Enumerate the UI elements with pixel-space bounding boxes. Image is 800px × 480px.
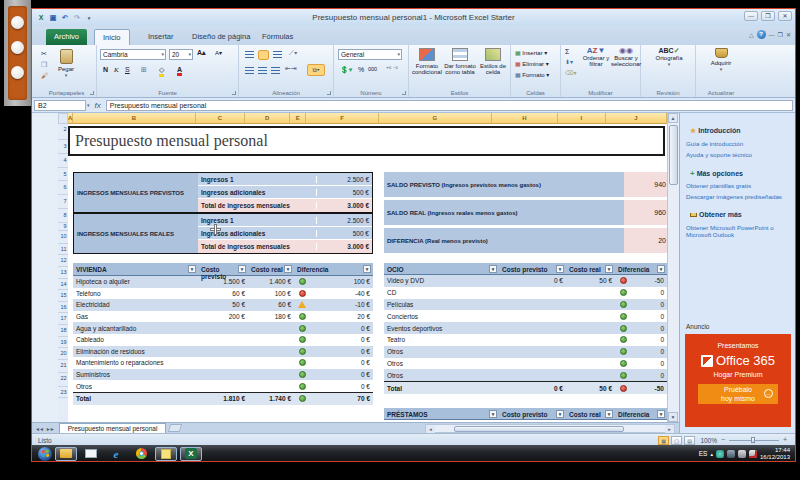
saldo-value[interactable]: 960 — [624, 200, 667, 225]
cell-category[interactable]: Películas — [384, 301, 499, 308]
filter-dropdown-icon[interactable]: ▾ — [284, 265, 292, 273]
dialog-launcher-icon[interactable] — [327, 91, 331, 95]
income-row-label[interactable]: Ingresos adicionales — [198, 189, 317, 196]
cell-costo-previsto[interactable]: 200 € — [198, 313, 248, 320]
filter-dropdown-icon[interactable]: ▾ — [605, 410, 613, 418]
cell-category[interactable]: Otros — [384, 360, 499, 367]
cell-diferencia[interactable]: -10 € — [310, 301, 373, 308]
table-row[interactable]: Electricidad 50 € 60 € -10 € — [73, 299, 373, 311]
cell-diferencia[interactable]: 0 € — [310, 359, 373, 366]
cell-diferencia[interactable]: 100 € — [310, 278, 373, 285]
start-button[interactable] — [38, 447, 52, 461]
income-row[interactable]: Ingresos 1 2.500 € — [198, 214, 372, 227]
column-header[interactable]: C — [196, 113, 245, 124]
filter-dropdown-icon[interactable]: ▾ — [188, 265, 196, 273]
insert-cells-button[interactable]: ▦ Insertar ▾ — [515, 49, 547, 56]
align-left-icon[interactable] — [245, 67, 254, 75]
conditional-formatting-button[interactable]: Formato condicional — [411, 48, 443, 76]
row-header[interactable]: 3 — [58, 140, 68, 154]
format-as-table-button[interactable]: Dar formato como tabla — [443, 48, 477, 76]
cell-diferencia[interactable]: 0 — [631, 313, 667, 320]
income-expected-header[interactable]: INGRESOS MENSUALES PREVISTOS — [74, 173, 198, 212]
align-right-icon[interactable] — [271, 67, 280, 75]
fill-color-icon[interactable]: ◇ — [159, 66, 164, 77]
spelling-button[interactable]: ABC✓ Ortografía ▾ — [651, 48, 687, 68]
cell-category[interactable]: Teatro — [384, 336, 499, 343]
formula-input[interactable]: Presupuesto mensual personal — [106, 100, 793, 111]
saldo-row[interactable]: DIFERENCIA (Real menos previsto) 20 — [384, 228, 667, 253]
row-header[interactable]: 19 — [58, 337, 68, 349]
delete-cells-button[interactable]: ▦ Eliminar ▾ — [515, 60, 549, 67]
merge-center-button[interactable]: ⧉▾ — [307, 64, 325, 76]
income-row[interactable]: Total de ingresos mensuales 3.000 € — [198, 240, 372, 253]
cell-diferencia[interactable]: 0 — [631, 301, 667, 308]
name-box-dropdown-icon[interactable]: ▾ — [87, 102, 90, 108]
workbook-minimize-icon[interactable]: — — [769, 32, 775, 38]
cell-category[interactable]: Otros — [73, 383, 198, 390]
table-row[interactable]: Teatro 0 — [384, 334, 667, 346]
align-bottom-icon[interactable] — [273, 51, 282, 59]
filter-dropdown-icon[interactable]: ▾ — [363, 265, 371, 273]
minimize-ribbon-icon[interactable]: △ — [749, 31, 754, 38]
zoom-knob[interactable] — [751, 437, 755, 443]
tab-formulas[interactable]: Fórmulas — [254, 29, 301, 45]
worksheet-grid[interactable]: Presupuesto mensual personal INGRESOS ME… — [68, 124, 667, 422]
table-row[interactable]: Otros 0 — [384, 369, 667, 381]
cell-category[interactable]: Teléfono — [73, 290, 198, 297]
tray-app-icon[interactable] — [716, 450, 724, 458]
cell-category[interactable]: Otros — [384, 372, 499, 379]
number-format-combo[interactable]: General▾ — [338, 49, 402, 60]
cell-diferencia[interactable]: 0 — [631, 325, 667, 332]
filter-dropdown-icon[interactable]: ▾ — [489, 410, 497, 418]
saldo-value[interactable]: 20 — [624, 228, 667, 253]
link-plantillas-gratis[interactable]: Obtener plantillas gratis — [686, 182, 751, 189]
saldo-label[interactable]: SALDO PREVISTO (Ingresos previstos menos… — [384, 172, 624, 197]
underline-button[interactable]: S — [125, 66, 130, 73]
cell-diferencia[interactable]: 0 — [631, 289, 667, 296]
copy-icon[interactable]: ❐ — [41, 61, 47, 69]
grow-font-icon[interactable]: A▴ — [197, 49, 206, 57]
percent-icon[interactable]: % — [358, 66, 364, 73]
cell-category[interactable]: Otros — [384, 348, 499, 355]
paste-dropdown-icon[interactable]: ▾ — [51, 72, 81, 79]
select-all-corner[interactable] — [58, 113, 68, 124]
total-diferencia[interactable]: 70 € — [310, 395, 373, 402]
row-header[interactable]: 9 — [58, 223, 68, 231]
normal-view-icon[interactable]: ▦ — [658, 436, 669, 445]
row-header[interactable]: 4 — [58, 154, 68, 168]
total-diferencia[interactable]: -50 — [631, 385, 667, 392]
row-header[interactable]: 8 — [58, 209, 68, 223]
income-row-value[interactable]: 2.500 € — [317, 176, 372, 183]
filter-dropdown-icon[interactable]: ▾ — [489, 265, 497, 273]
cell-category[interactable]: Cableado — [73, 336, 198, 343]
vivienda-total-row[interactable]: Total 1.810 € 1.740 € 70 € — [73, 392, 373, 405]
zoom-slider[interactable]: − + — [721, 436, 787, 444]
income-row[interactable]: Ingresos adicionales 500 € — [198, 227, 372, 240]
cell-category[interactable]: Conciertos — [384, 313, 499, 320]
cell-diferencia[interactable]: 20 € — [310, 313, 373, 320]
find-select-button[interactable]: ◉◉ Buscar y seleccionar — [611, 48, 641, 68]
dialog-launcher-icon[interactable] — [90, 91, 94, 95]
thousands-icon[interactable]: 000 — [368, 66, 377, 72]
saldo-label[interactable]: DIFERENCIA (Real menos previsto) — [384, 228, 624, 253]
table-row[interactable]: Eliminación de residuos 0 € — [73, 346, 373, 358]
decimal-icons[interactable]: ⁺⁰ ⁻⁰ — [386, 66, 398, 72]
filter-dropdown-icon[interactable]: ▾ — [238, 265, 246, 273]
cell-category[interactable]: Agua y alcantarillado — [73, 325, 198, 332]
font-color-icon[interactable]: A — [177, 66, 182, 76]
workbook-restore-icon[interactable]: ❒ — [778, 31, 783, 38]
taskbar-explorer-button[interactable] — [55, 447, 77, 461]
dialog-launcher-icon[interactable] — [232, 91, 236, 95]
restore-button[interactable]: ❒ — [761, 11, 775, 21]
income-row[interactable]: Ingresos adicionales 500 € — [198, 186, 372, 199]
saldo-row[interactable]: SALDO REAL (Ingresos reales menos gastos… — [384, 200, 667, 225]
total-costo-previsto[interactable]: 0 € — [499, 385, 566, 392]
cell-costo-previsto[interactable]: 60 € — [198, 290, 248, 297]
table-header-cell[interactable]: Diferencia▾ — [615, 263, 667, 274]
table-header-cell[interactable]: PRÉSTAMOS▾ — [384, 408, 499, 419]
name-box[interactable]: B2 — [34, 100, 86, 111]
help-icon[interactable]: ? — [757, 30, 766, 39]
column-header[interactable]: J — [606, 113, 667, 124]
table-row[interactable]: Cableado 0 € — [73, 334, 373, 346]
cell-category[interactable]: Gas — [73, 313, 198, 320]
